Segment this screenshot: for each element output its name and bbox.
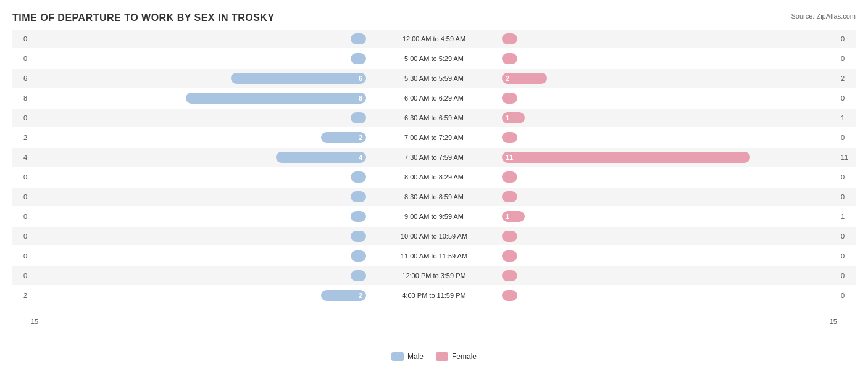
axis-right: 15 [830,318,837,325]
left-value: 0 [12,173,31,181]
left-bar-area [31,30,366,48]
male-bar [351,250,366,262]
male-bar [351,191,366,202]
right-value: 0 [837,35,856,43]
center-label-area: 10:00 AM to 10:59 AM [366,227,502,245]
left-bar-area [31,266,366,285]
left-value: 0 [12,213,31,220]
right-value: 1 [837,114,856,122]
center-label-area: 6:00 AM to 6:29 AM [366,89,502,107]
female-bar [502,290,517,301]
male-bar: 4 [276,152,366,163]
right-bar-area [502,266,837,285]
left-bar-area: 2 [31,286,366,305]
right-bar-area: 1 [502,207,837,226]
center-label-area: 7:00 AM to 7:29 AM [366,128,502,147]
female-bar [502,132,517,143]
female-bar [502,53,517,64]
male-bar-value: 8 [355,94,366,102]
center-label-area: 12:00 PM to 3:59 PM [366,266,502,285]
female-bar-value: 11 [502,154,517,161]
right-value: 0 [837,252,856,260]
legend-female-color [436,352,448,361]
male-bar: 2 [321,132,366,143]
female-bar [502,33,517,44]
left-bar-area [31,109,366,127]
left-value: 0 [12,193,31,200]
center-label-area: 5:00 AM to 5:29 AM [366,49,502,68]
center-label-area: 9:00 AM to 9:59 AM [366,207,502,226]
female-bar [502,231,517,242]
left-bar-area [31,188,366,206]
left-value: 4 [12,154,31,161]
right-bar-area [502,247,837,265]
chart-row: 0 9:00 AM to 9:59 AM 1 1 [12,207,856,226]
right-bar-area [502,168,837,186]
female-bar [502,93,517,104]
female-bar [502,250,517,262]
left-value: 8 [12,94,31,102]
chart-title: TIME OF DEPARTURE TO WORK BY SEX IN TROS… [12,12,856,23]
right-value: 0 [837,55,856,62]
male-bar [351,211,366,222]
chart-row: 0 8:30 AM to 8:59 AM 0 [12,188,856,206]
right-bar-area: 2 [502,69,837,88]
left-value: 0 [12,252,31,260]
chart-row: 2 2 7:00 AM to 7:29 AM 0 [12,128,856,147]
left-bar-area: 6 [31,69,366,88]
center-label-area: 7:30 AM to 7:59 AM [366,148,502,167]
male-bar-value: 6 [355,75,366,82]
right-bar-area [502,227,837,245]
female-bar: 1 [502,112,525,123]
time-label: 7:00 AM to 7:29 AM [404,134,464,141]
time-label: 4:00 PM to 11:59 PM [402,292,465,299]
left-value: 2 [12,134,31,141]
left-bar-area [31,247,366,265]
male-bar: 8 [186,93,366,104]
right-value: 0 [837,94,856,102]
right-value: 0 [837,233,856,240]
left-bar-area [31,168,366,186]
right-value: 1 [837,213,856,220]
right-bar-area [502,89,837,107]
time-label: 12:00 AM to 4:59 AM [403,35,465,43]
chart-row: 0 10:00 AM to 10:59 AM 0 [12,227,856,245]
female-bar-value: 1 [502,114,513,122]
right-value: 0 [837,193,856,200]
left-bar-area: 4 [31,148,366,167]
chart-row: 0 5:00 AM to 5:29 AM 0 [12,49,856,68]
chart-row: 4 4 7:30 AM to 7:59 AM 11 11 [12,148,856,167]
female-bar [502,191,517,202]
male-bar-value: 2 [355,292,366,299]
left-bar-area [31,227,366,245]
left-bar-area [31,49,366,68]
male-bar-value: 2 [355,134,366,141]
left-value: 6 [12,75,31,82]
chart-row: 0 11:00 AM to 11:59 AM 0 [12,247,856,265]
male-bar [351,53,366,64]
center-label-area: 6:30 AM to 6:59 AM [366,109,502,127]
left-bar-area: 8 [31,89,366,107]
male-bar-value: 4 [355,154,366,161]
axis-labels: 15 15 [12,318,856,325]
time-label: 12:00 PM to 3:59 PM [402,272,465,279]
female-bar [502,171,517,183]
right-bar-area [502,286,837,305]
male-bar [351,171,366,183]
male-bar [351,33,366,44]
chart-row: 6 6 5:30 AM to 5:59 AM 2 2 [12,69,856,88]
right-value: 0 [837,272,856,279]
time-label: 7:30 AM to 7:59 AM [404,154,464,161]
center-label-area: 11:00 AM to 11:59 AM [366,247,502,265]
right-value: 0 [837,134,856,141]
chart-row: 0 6:30 AM to 6:59 AM 1 1 [12,109,856,127]
chart-row: 8 8 6:00 AM to 6:29 AM 0 [12,89,856,107]
chart-row: 0 8:00 AM to 8:29 AM 0 [12,168,856,186]
right-bar-area [502,188,837,206]
female-bar: 11 [502,152,750,163]
right-value: 0 [837,292,856,299]
right-bar-area [502,49,837,68]
male-bar [351,270,366,281]
center-label-area: 5:30 AM to 5:59 AM [366,69,502,88]
time-label: 5:00 AM to 5:29 AM [404,55,464,62]
